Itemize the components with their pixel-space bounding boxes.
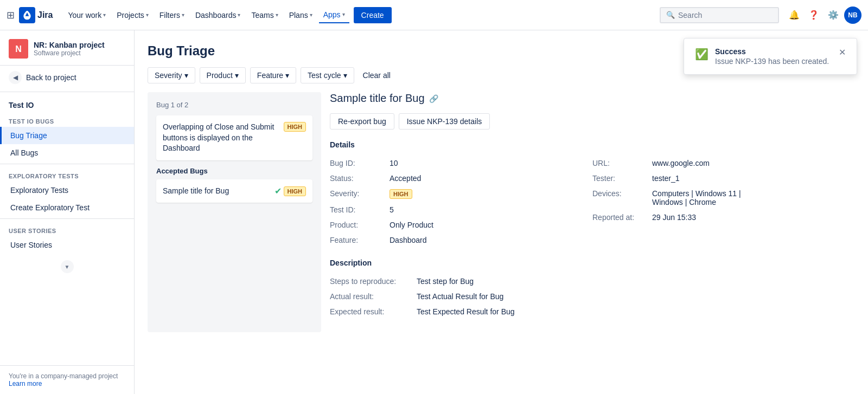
project-name: NR: Kanban project	[34, 41, 125, 49]
project-info: NR: Kanban project Software project	[34, 41, 125, 57]
user-avatar[interactable]: NB	[844, 7, 861, 24]
main-layout: N NR: Kanban project Software project ◀ …	[0, 30, 868, 394]
chevron-down-icon: ▾	[184, 71, 188, 80]
pending-bug-severity: HIGH	[284, 122, 307, 132]
sidebar-item-all-bugs[interactable]: All Bugs	[0, 144, 134, 162]
chevron-down-icon: ▾	[235, 71, 239, 80]
desc-actual: Actual result: Test Actual Result for Bu…	[330, 289, 855, 304]
accepted-bug-card[interactable]: Sample title for Bug ✔ HIGH	[156, 179, 312, 203]
chevron-down-icon: ▾	[285, 71, 289, 80]
accepted-bug-severity: HIGH	[284, 186, 307, 196]
detail-status: Status: Accepted	[330, 171, 592, 186]
sidebar-item-user-stories[interactable]: User Stories	[0, 236, 134, 254]
details-section-title: Details	[330, 140, 855, 149]
re-export-bug-button[interactable]: Re-export bug	[330, 113, 394, 130]
section-label-user-stories: USER STORIES	[0, 221, 134, 236]
top-navigation: ⊞ Jira Your work ▾ Projects ▾ Filters ▾ …	[0, 0, 868, 30]
toast-content: Success Issue NKP-139 has been created.	[715, 47, 832, 66]
bug-action-row: Re-export bug Issue NKP-139 details	[330, 113, 855, 130]
detail-product: Product: Only Product	[330, 217, 592, 232]
section-label-bugs: TEST IO BUGS	[0, 112, 134, 127]
chevron-down-icon: ▾	[342, 11, 345, 17]
detail-url: URL: www.google.com	[592, 156, 855, 171]
chevron-down-icon: ▾	[182, 12, 184, 18]
svg-text:N: N	[15, 44, 22, 54]
toast-message: Issue NKP-139 has been created.	[715, 57, 832, 66]
chevron-down-icon: ▾	[238, 12, 240, 18]
sidebar-app-name: Test IO	[0, 94, 134, 112]
sidebar: N NR: Kanban project Software project ◀ …	[0, 30, 135, 394]
toast-title: Success	[715, 47, 832, 56]
sidebar-item-exploratory-tests[interactable]: Exploratory Tests	[0, 182, 134, 199]
detail-reported-at: Reported at: 29 Jun 15:33	[592, 210, 855, 225]
bug-detail-title: Sample title for Bug	[330, 92, 425, 105]
help-button[interactable]: ❓	[805, 7, 822, 24]
project-avatar: N	[9, 39, 28, 59]
bug-list-header: Bug 1 of 2	[156, 101, 312, 109]
details-grid: Bug ID: 10 Status: Accepted Severity: HI…	[330, 156, 855, 248]
severity-badge: HIGH	[390, 189, 412, 199]
search-box[interactable]: 🔍 Search	[660, 7, 779, 23]
project-type: Software project	[34, 49, 125, 57]
sidebar-footer: You're in a company-managed project Lear…	[0, 365, 134, 394]
link-icon[interactable]: 🔗	[429, 94, 438, 103]
pending-bug-title: Overlapping of Close and Submit buttons …	[163, 122, 279, 154]
details-left-col: Bug ID: 10 Status: Accepted Severity: HI…	[330, 156, 592, 248]
chevron-down-icon: ▾	[310, 12, 312, 18]
section-label-exploratory: EXPLORATORY TESTS	[0, 166, 134, 182]
nav-apps[interactable]: Apps ▾	[319, 7, 349, 23]
content-area: Bug 1 of 2 Overlapping of Close and Subm…	[135, 92, 868, 332]
search-placeholder: Search	[678, 11, 702, 20]
check-icon: ✔	[275, 186, 282, 196]
nav-plans[interactable]: Plans ▾	[285, 8, 317, 23]
grid-icon[interactable]: ⊞	[7, 9, 15, 21]
severity-filter[interactable]: Severity ▾	[148, 67, 195, 83]
bug-detail-title-row: Sample title for Bug 🔗	[330, 92, 855, 105]
detail-devices: Devices: Computers | Windows 11 | Window…	[592, 186, 855, 210]
learn-more-link[interactable]: Learn more	[9, 380, 42, 387]
nav-teams[interactable]: Teams ▾	[247, 8, 282, 23]
accepted-badge: ✔ HIGH	[275, 186, 307, 196]
sidebar-item-create-exploratory-test[interactable]: Create Exploratory Test	[0, 199, 134, 216]
chevron-down-icon: ▾	[146, 12, 149, 18]
nav-projects[interactable]: Projects ▾	[112, 8, 153, 23]
main-content: Bug Triage Severity ▾ Product ▾ Feature …	[135, 30, 868, 394]
detail-bug-id: Bug ID: 10	[330, 156, 592, 171]
success-toast: ✅ Success Issue NKP-139 has been created…	[684, 38, 857, 75]
back-to-project[interactable]: ◀ Back to project	[0, 66, 134, 89]
nav-your-work[interactable]: Your work ▾	[63, 8, 110, 23]
sidebar-divider-2	[0, 164, 134, 164]
notifications-button[interactable]: 🔔	[786, 7, 803, 24]
desc-steps: Steps to reproduce: Test step for Bug	[330, 274, 855, 289]
toast-close-button[interactable]: ✕	[839, 47, 846, 57]
nav-filters[interactable]: Filters ▾	[155, 8, 189, 23]
sidebar-scroll-down[interactable]: ▼	[61, 260, 74, 273]
details-right-col: URL: www.google.com Tester: tester_1 Dev…	[592, 156, 855, 248]
sidebar-divider-3	[0, 218, 134, 219]
nav-dashboards[interactable]: Dashboards ▾	[191, 8, 245, 23]
sidebar-item-bug-triage[interactable]: Bug Triage	[0, 127, 134, 144]
test-cycle-filter[interactable]: Test cycle ▾	[301, 67, 354, 83]
success-icon: ✅	[695, 48, 709, 61]
bug-detail-panel: Sample title for Bug 🔗 Re-export bug Iss…	[330, 92, 855, 332]
back-icon: ◀	[9, 71, 22, 84]
sidebar-project: N NR: Kanban project Software project	[0, 30, 134, 66]
topnav-icons: 🔔 ❓ ⚙️ NB	[786, 7, 861, 24]
accepted-section-label: Accepted Bugs	[156, 167, 312, 175]
accepted-bug-title: Sample title for Bug	[163, 186, 270, 197]
detail-severity: Severity: HIGH	[330, 186, 592, 202]
feature-filter[interactable]: Feature ▾	[250, 67, 296, 83]
chevron-down-icon: ▾	[276, 12, 278, 18]
sidebar-divider	[0, 92, 134, 92]
pending-bug-card[interactable]: Overlapping of Close and Submit buttons …	[156, 115, 312, 160]
chevron-down-icon: ▾	[343, 71, 347, 80]
create-button[interactable]: Create	[354, 7, 392, 23]
search-icon: 🔍	[666, 11, 675, 19]
bug-card-top: Overlapping of Close and Submit buttons …	[163, 122, 306, 154]
issue-details-button[interactable]: Issue NKP-139 details	[399, 113, 490, 130]
bug-list-panel: Bug 1 of 2 Overlapping of Close and Subm…	[148, 92, 321, 332]
jira-logo[interactable]: Jira	[19, 7, 53, 23]
product-filter[interactable]: Product ▾	[200, 67, 246, 83]
settings-button[interactable]: ⚙️	[825, 7, 842, 24]
clear-all-button[interactable]: Clear all	[359, 68, 395, 83]
